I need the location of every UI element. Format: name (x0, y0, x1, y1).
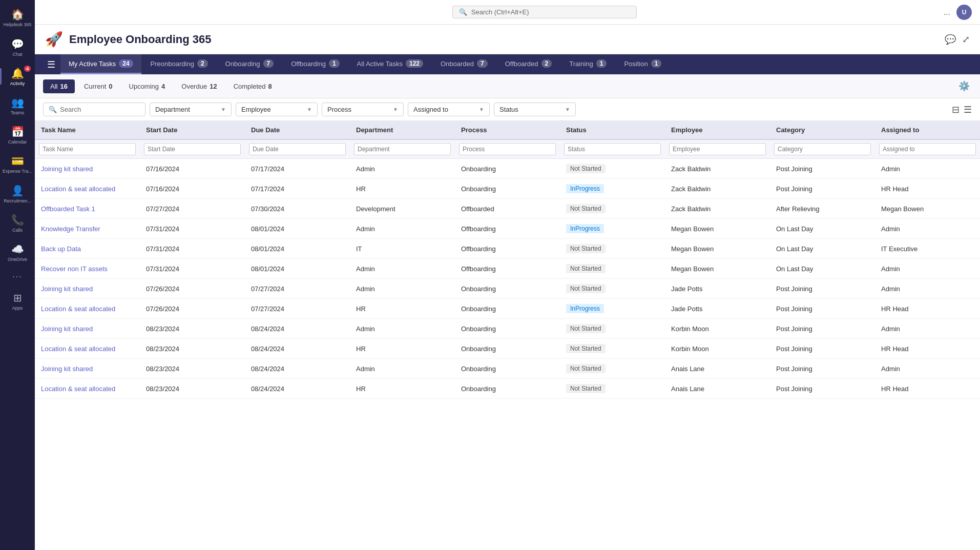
cell-process: Onboarding (455, 359, 560, 379)
filter-category-input[interactable] (774, 143, 871, 155)
employee-filter[interactable]: Employee ▼ (236, 103, 318, 116)
cell-process: Onboarding (455, 159, 560, 179)
status-badge: Not Started (566, 244, 606, 253)
sidebar-item-apps[interactable]: ⊞ Apps (0, 288, 35, 315)
task-name-link[interactable]: Joining kit shared (41, 165, 93, 173)
assigned-to-filter[interactable]: Assigned to ▼ (408, 103, 490, 116)
subtab-overdue[interactable]: Overdue 12 (174, 79, 224, 93)
tab-preonboarding-count: 2 (197, 59, 208, 68)
filter-icon-button[interactable]: ⊟ (952, 104, 960, 115)
user-avatar[interactable]: U (956, 5, 972, 20)
subtab-current-label: Current (84, 83, 106, 90)
filter-task-name-input[interactable] (39, 143, 136, 155)
cell-employee: Anais Lane (665, 359, 770, 379)
cell-process: Onboarding (455, 319, 560, 339)
cell-status: Not Started (560, 159, 665, 179)
cell-start-date: 07/16/2024 (140, 179, 245, 199)
task-name-link[interactable]: Joining kit shared (41, 365, 93, 373)
comment-icon[interactable]: 💬 (945, 34, 956, 45)
tab-offboarding[interactable]: Offboarding 1 (283, 54, 347, 74)
th-task-name[interactable]: Task Name (35, 121, 140, 139)
task-name-link[interactable]: Location & seat allocated (41, 345, 115, 353)
expand-icon[interactable]: ⤢ (962, 34, 970, 45)
cell-start-date: 07/26/2024 (140, 279, 245, 299)
th-due-date[interactable]: Due Date (245, 121, 350, 139)
cell-status: Not Started (560, 319, 665, 339)
th-start-date[interactable]: Start Date (140, 121, 245, 139)
sidebar-item-activity[interactable]: 🔔 4 Activity (0, 63, 35, 90)
sidebar-item-helpdesk[interactable]: 🏠 Helpdesk 365 (0, 4, 35, 32)
task-search-input[interactable]: 🔍 Search (43, 103, 145, 116)
tab-all-active-tasks[interactable]: All Active Tasks 122 (349, 54, 431, 74)
settings-icon-button[interactable]: ⚙️ (956, 78, 972, 94)
task-name-link[interactable]: Joining kit shared (41, 285, 93, 293)
tab-offboarding-label: Offboarding (291, 60, 326, 68)
task-name-link[interactable]: Location & seat allocated (41, 385, 115, 393)
th-category[interactable]: Category (770, 121, 875, 139)
filter-assigned-to-input[interactable] (879, 143, 976, 155)
cell-employee: Anais Lane (665, 379, 770, 399)
department-filter[interactable]: Department ▼ (150, 103, 232, 116)
cell-department: Admin (350, 159, 455, 179)
tab-onboarded[interactable]: Onboarded 7 (432, 54, 496, 74)
subtab-all[interactable]: All 16 (43, 79, 75, 93)
tab-training[interactable]: Training 1 (561, 54, 615, 74)
sidebar-item-recruitment[interactable]: 👤 Recruitmen... (0, 180, 35, 208)
tab-offboarded[interactable]: Offboarded 2 (497, 54, 560, 74)
column-settings-icon-button[interactable]: ☰ (964, 104, 972, 115)
more-options-button[interactable]: ... (944, 8, 950, 17)
sidebar-item-more[interactable]: ··· (0, 268, 35, 286)
subtab-upcoming-label: Upcoming (129, 83, 159, 90)
filter-action-icons: ⊟ ☰ (952, 104, 972, 115)
task-name-link[interactable]: Location & seat allocated (41, 185, 115, 193)
sidebar-item-calls[interactable]: 📞 Calls (0, 210, 35, 237)
tab-offboarded-count: 2 (541, 59, 552, 68)
th-process[interactable]: Process (455, 121, 560, 139)
task-name-link[interactable]: Location & seat allocated (41, 305, 115, 313)
sidebar-item-onedrive[interactable]: ☁️ OneDrive (0, 239, 35, 266)
tab-preonboarding[interactable]: Preonboarding 2 (142, 54, 216, 74)
table-row: Location & seat allocated 07/16/2024 07/… (35, 179, 980, 199)
nav-tabs: ☰ My Active Tasks 24 Preonboarding 2 Onb… (35, 54, 980, 74)
subtab-upcoming[interactable]: Upcoming 4 (122, 79, 173, 93)
sidebar-item-teams[interactable]: 👥 Teams (0, 92, 35, 119)
th-department[interactable]: Department (350, 121, 455, 139)
filter-status-input[interactable] (564, 143, 661, 155)
cell-process: Onboarding (455, 179, 560, 199)
tab-my-active-tasks[interactable]: My Active Tasks 24 (60, 54, 141, 74)
filter-start-date-input[interactable] (144, 143, 241, 155)
task-name-link[interactable]: Recover non IT assets (41, 265, 108, 273)
filter-due-date-input[interactable] (249, 143, 346, 155)
filter-employee-input[interactable] (669, 143, 766, 155)
task-name-link[interactable]: Offboarded Task 1 (41, 205, 95, 213)
task-name-link[interactable]: Back up Data (41, 245, 81, 253)
filter-process-input[interactable] (459, 143, 556, 155)
th-assigned-to[interactable]: Assigned to (875, 121, 980, 139)
sidebar-item-chat[interactable]: 💬 Chat (0, 34, 35, 61)
cell-status: InProgress (560, 299, 665, 319)
process-filter[interactable]: Process ▼ (322, 103, 404, 116)
task-name-link[interactable]: Joining kit shared (41, 325, 93, 333)
top-search-bar[interactable]: 🔍 Search (Ctrl+Alt+E) (452, 6, 637, 18)
activity-icon: 🔔 (11, 67, 24, 79)
subtab-current-count: 0 (109, 83, 112, 90)
main-wrapper: 🔍 Search (Ctrl+Alt+E) ... U 🚀 Employee O… (35, 0, 980, 550)
subtab-current[interactable]: Current 0 (77, 79, 120, 93)
cell-employee: Megan Bowen (665, 259, 770, 279)
subtab-completed[interactable]: Completed 8 (226, 79, 279, 93)
nav-hamburger-button[interactable]: ☰ (43, 54, 59, 74)
cell-due-date: 08/24/2024 (245, 379, 350, 399)
cell-status: Not Started (560, 259, 665, 279)
cell-category: On Last Day (770, 259, 875, 279)
sidebar-item-calendar[interactable]: 📅 Calendar (0, 121, 35, 149)
task-name-link[interactable]: Knowledge Transfer (41, 225, 100, 233)
th-status[interactable]: Status (560, 121, 665, 139)
sidebar-item-expense[interactable]: 💳 Expense Tra... (0, 151, 35, 178)
th-employee[interactable]: Employee (665, 121, 770, 139)
subtab-overdue-count: 12 (210, 83, 217, 90)
filter-department-input[interactable] (354, 143, 451, 155)
cell-process: Onboarding (455, 339, 560, 359)
tab-position[interactable]: Position 1 (616, 54, 670, 74)
status-filter[interactable]: Status ▼ (494, 103, 576, 116)
tab-onboarding[interactable]: Onboarding 7 (217, 54, 282, 74)
